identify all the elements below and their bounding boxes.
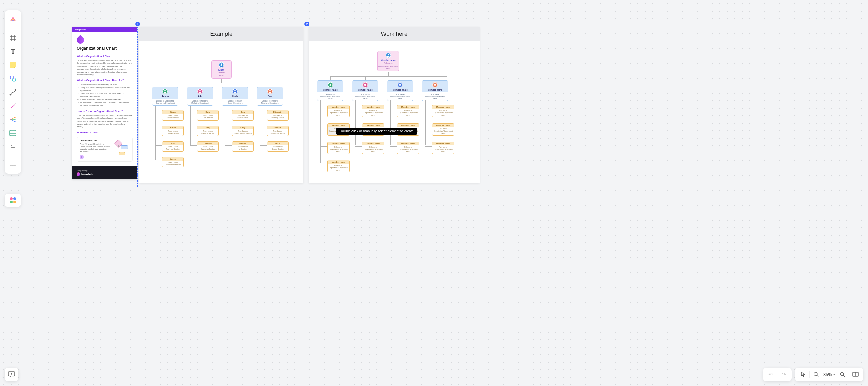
work-section[interactable]: Work here Member nameRole nameOrganizati… — [309, 27, 480, 183]
template-p3: Boardmix provides various tools for draw… — [77, 114, 133, 128]
template-h1: What Is Organizational Chart — [77, 55, 133, 58]
svg-point-44 — [164, 90, 166, 91]
svg-point-23 — [10, 165, 11, 166]
chevron-down-icon: ▾ — [833, 373, 835, 376]
org-leaf-node[interactable]: Member nameRole nameOrganization/Departm… — [432, 142, 454, 154]
svg-point-13 — [14, 119, 15, 120]
key-badge: L — [80, 155, 84, 159]
avatar-icon — [162, 89, 168, 94]
org-leaf-node[interactable]: StevenTeam LeaderProject Section — [162, 110, 184, 121]
org-leaf-node[interactable]: SamTeam LeaderVisual Section — [232, 110, 254, 121]
avatar-icon — [219, 62, 224, 68]
template-header: Templates — [72, 27, 137, 32]
org-leaf-node[interactable]: Member nameRole nameOrganization/Departm… — [362, 142, 384, 154]
org-leaf-node[interactable]: ElizabethTeam LeaderFinancing Section — [267, 110, 289, 121]
org-top-node[interactable]: EthanChairmanBITIN — [211, 60, 232, 79]
org-leaf-node[interactable]: CindyTeam LeaderBudget Section — [162, 126, 184, 136]
zoom-in-button[interactable] — [836, 369, 848, 380]
avatar-icon — [386, 53, 391, 58]
org-director-node[interactable]: Member nameRole nameOrganization/Departm… — [317, 80, 343, 101]
template-h2: What Is Organizational Chart Used for? — [77, 79, 133, 82]
frame-tool-icon[interactable] — [7, 32, 19, 44]
org-director-node[interactable]: Member nameRole nameOrganization/Departm… — [387, 80, 413, 101]
svg-line-8 — [11, 117, 15, 120]
org-leaf-node[interactable]: Member nameRole nameOrganization/Departm… — [327, 160, 350, 172]
svg-marker-31 — [11, 373, 13, 375]
org-director-node[interactable]: PaulDirector of FinancingFinancing Depar… — [257, 87, 283, 106]
org-leaf-node[interactable]: Member nameRole nameOrganization/Departm… — [432, 123, 454, 136]
left-toolbar: T T — [5, 10, 21, 174]
svg-point-50 — [364, 84, 366, 85]
org-leaf-node[interactable]: MayTeam LeaderPlanning Section — [197, 126, 219, 136]
text-tool-icon[interactable]: T — [7, 46, 19, 57]
org-leaf-node[interactable]: MasonTeam LeaderAccounting Section — [267, 126, 289, 136]
brand-icon — [77, 172, 80, 176]
sticky-tool-icon[interactable] — [7, 59, 19, 71]
avatar-icon — [197, 89, 203, 94]
template-list: Establish a hierarchical authority struc… — [77, 83, 133, 107]
table-tool-icon[interactable] — [7, 127, 19, 139]
template-panel[interactable]: Templates Organizational Chart What Is O… — [72, 27, 137, 179]
org-leaf-node[interactable]: Member nameRole nameOrganization/Departm… — [397, 142, 419, 154]
template-h3: How to Draw an Organizational Chart? — [77, 110, 133, 113]
redo-button[interactable]: ↷ — [778, 369, 790, 380]
svg-point-49 — [330, 84, 331, 85]
org-leaf-node[interactable]: KateTeam LeaderDPS Section — [197, 110, 219, 121]
avatar-icon — [397, 82, 403, 88]
svg-point-28 — [10, 201, 13, 203]
zoom-level[interactable]: 35%▾ — [822, 372, 836, 377]
drop-icon — [75, 35, 85, 45]
template-tools-card: Connection Line Press "L" to quickly sel… — [77, 137, 133, 162]
pen-tool-icon[interactable] — [7, 100, 19, 112]
org-director-node[interactable]: Member nameRole nameOrganization/Departm… — [422, 80, 448, 101]
zoom-out-button[interactable] — [810, 369, 822, 380]
minimap-button[interactable] — [850, 369, 861, 380]
org-leaf-node[interactable]: Member nameRole nameOrganization/Departm… — [327, 105, 350, 117]
org-leaf-node[interactable]: Member nameRole nameOrganization/Departm… — [432, 105, 454, 117]
shapes-tool-icon[interactable] — [7, 73, 19, 85]
org-leaf-node[interactable]: AndyTeam LeaderGraphic Design Section — [232, 126, 254, 136]
avatar-icon — [362, 82, 368, 88]
apps-dock[interactable] — [5, 194, 21, 207]
connector-tool-icon[interactable] — [7, 87, 19, 98]
svg-point-45 — [199, 90, 201, 91]
svg-point-52 — [434, 84, 436, 85]
content-tool-icon[interactable]: T — [7, 141, 19, 152]
org-leaf-node[interactable]: Member nameRole nameOrganization/Departm… — [327, 142, 350, 154]
svg-point-26 — [10, 197, 13, 200]
svg-point-11 — [10, 119, 11, 120]
logo-icon[interactable] — [7, 13, 19, 25]
svg-point-29 — [13, 201, 16, 203]
svg-point-5 — [12, 78, 16, 81]
org-director-node[interactable]: LindaDirector of DesignDesign Department — [222, 87, 248, 106]
mind-tool-icon[interactable] — [7, 114, 19, 125]
svg-point-47 — [269, 90, 271, 91]
svg-line-10 — [11, 120, 15, 122]
org-top-node[interactable]: Member nameRole nameOrganization/Departm… — [377, 51, 399, 71]
org-director-node[interactable]: Member nameRole nameOrganization/Departm… — [352, 80, 378, 101]
pointer-mode-button[interactable] — [797, 369, 809, 380]
avatar-icon — [267, 89, 273, 94]
svg-line-38 — [843, 375, 845, 377]
example-section[interactable]: Example EthanChairmanBITINAnsonDirector … — [139, 27, 303, 183]
org-director-node[interactable]: AdaDirector of MarketingMarketing Depart… — [187, 87, 213, 106]
org-leaf-node[interactable]: Member nameRole nameOrganization/Departm… — [397, 105, 419, 117]
svg-rect-15 — [10, 130, 16, 136]
mini-diagram — [113, 139, 130, 159]
org-leaf-node[interactable]: KarlTeam LeaderTechnical Section — [162, 141, 184, 152]
org-leaf-node[interactable]: Member nameRole nameOrganization/Departm… — [362, 105, 384, 117]
org-leaf-node[interactable]: CarolineTeam LeaderOperation Section — [197, 141, 219, 152]
more-tool-icon[interactable] — [7, 160, 19, 171]
org-leaf-node[interactable]: MichaelTeam LeaderUI Section — [232, 141, 254, 152]
svg-point-7 — [15, 89, 16, 90]
org-leaf-node[interactable]: LuciaTeam LeaderCashier Section — [267, 141, 289, 152]
svg-point-27 — [13, 197, 16, 200]
svg-line-35 — [817, 375, 818, 377]
svg-text:T: T — [11, 144, 12, 147]
present-button[interactable] — [5, 368, 18, 381]
org-director-node[interactable]: AnsonDirector of EngineeringEngineering … — [152, 87, 178, 106]
undo-button[interactable]: ↶ — [765, 369, 776, 380]
svg-point-25 — [14, 165, 15, 166]
template-title: Organizational Chart — [77, 46, 133, 51]
org-leaf-node[interactable]: JasonTeam LeaderConstruction Section — [162, 157, 184, 167]
